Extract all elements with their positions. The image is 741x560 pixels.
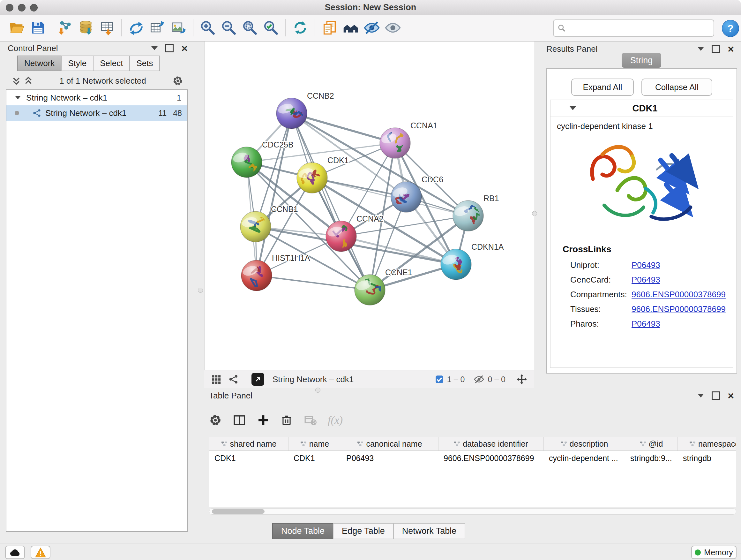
table-cell[interactable]: P06493 — [341, 451, 439, 465]
collapse-panel-icon[interactable] — [151, 46, 158, 50]
export-table-button[interactable] — [148, 19, 166, 37]
scrollbar-thumb[interactable] — [212, 509, 265, 514]
tab-network[interactable]: Network — [17, 56, 62, 71]
table-cell[interactable]: CDK1 — [209, 451, 288, 465]
selected-checkbox-icon[interactable] — [435, 375, 444, 384]
table-settings-gear-icon[interactable] — [209, 414, 222, 427]
crosslink-value-link[interactable]: 9606.ENSP00000378699 — [631, 304, 726, 314]
network-node-CCNA1[interactable]: CCNA1 — [380, 121, 437, 159]
warnings-button[interactable] — [30, 546, 51, 559]
expand-all-button[interactable]: Expand All — [571, 78, 634, 96]
network-row-selected[interactable]: String Network – cdk1 11 48 — [6, 105, 187, 121]
tab-network-table[interactable]: Network Table — [393, 523, 466, 539]
duplicate-network-button[interactable] — [321, 19, 339, 37]
open-session-button[interactable] — [8, 19, 26, 37]
tab-sets[interactable]: Sets — [129, 56, 160, 71]
column-header-description[interactable]: description — [544, 437, 625, 450]
float-results-icon[interactable] — [712, 45, 720, 53]
share-network-icon[interactable] — [228, 374, 239, 384]
network-node-RB1[interactable]: RB1 — [453, 194, 499, 231]
crosslink-value-link[interactable]: 9606.ENSP00000378699 — [631, 290, 726, 300]
protein-section-header[interactable]: CDK1 — [550, 100, 733, 117]
column-header-database-identifier[interactable]: database identifier — [439, 437, 544, 450]
tab-style[interactable]: Style — [61, 56, 93, 71]
network-edge[interactable] — [292, 113, 395, 143]
starter-panel-button[interactable] — [342, 19, 360, 37]
network-graph[interactable]: CCNB2CCNA1CDC25BCDK1CDC6RB1CCNB1CCNA2CDK… — [205, 42, 535, 370]
table-cell[interactable]: 9606.ENSP00000378699 — [439, 451, 544, 465]
float-table-icon[interactable] — [712, 391, 720, 400]
add-column-icon[interactable] — [257, 414, 270, 427]
network-edge[interactable] — [257, 275, 370, 290]
tab-edge-table[interactable]: Edge Table — [333, 523, 394, 539]
zoom-fit-button[interactable] — [241, 19, 259, 37]
column-header--id[interactable]: @id — [625, 437, 678, 450]
collapse-all-icon[interactable] — [11, 76, 21, 85]
delete-column-trash-icon[interactable] — [280, 414, 293, 427]
table-cell[interactable]: stringdb — [678, 451, 736, 465]
show-graphics-details-button[interactable] — [384, 19, 402, 37]
table-horizontal-scrollbar[interactable] — [209, 508, 736, 515]
import-network-database-button[interactable] — [77, 19, 95, 37]
help-button[interactable]: ? — [722, 20, 739, 37]
table-cell[interactable]: stringdb:9... — [625, 451, 678, 465]
expand-all-icon[interactable] — [23, 76, 33, 85]
tab-select[interactable]: Select — [93, 56, 130, 71]
hide-graphics-details-button[interactable] — [363, 19, 381, 37]
zoom-selected-button[interactable] — [262, 19, 280, 37]
network-edge[interactable] — [292, 113, 370, 290]
close-results-icon[interactable]: × — [728, 46, 734, 52]
network-node-CDKN1A[interactable]: CDKN1A — [441, 242, 504, 280]
crosslink-value-link[interactable]: P06493 — [631, 275, 660, 285]
network-node-CDC6[interactable]: CDC6 — [391, 175, 443, 212]
collapse-table-icon[interactable] — [697, 394, 704, 397]
table-cell[interactable]: cyclin-dependent ... — [544, 451, 625, 465]
network-edge[interactable] — [312, 178, 468, 216]
memory-status-dot — [695, 550, 701, 556]
node-label: CDK1 — [327, 156, 349, 165]
float-panel-icon[interactable] — [165, 44, 174, 52]
eye-slash-icon — [363, 19, 381, 37]
search-input[interactable] — [569, 23, 710, 34]
open-in-browser-button[interactable] — [252, 373, 264, 386]
import-table-button[interactable] — [98, 19, 116, 37]
search-box[interactable] — [553, 19, 714, 37]
network-node-HIST1H1A[interactable]: HIST1H1A — [241, 253, 310, 291]
save-session-button[interactable] — [29, 19, 47, 37]
column-header-shared-name[interactable]: shared name — [209, 437, 288, 450]
table-cell[interactable]: CDK1 — [288, 451, 341, 465]
column-header-name[interactable]: name — [288, 437, 341, 450]
splitter-handle-left[interactable] — [198, 288, 203, 293]
splitter-handle-right[interactable] — [532, 211, 537, 216]
zoom-in-button[interactable] — [199, 19, 217, 37]
collapse-all-button[interactable]: Collapse All — [642, 78, 712, 96]
tab-node-table[interactable]: Node Table — [272, 523, 333, 539]
network-collection-row[interactable]: String Network – cdk1 1 — [6, 90, 187, 105]
memory-button[interactable]: Memory — [691, 546, 737, 559]
column-header-namespace[interactable]: namespace — [678, 437, 736, 450]
table-row[interactable]: CDK1CDK1P064939606.ENSP00000378699cyclin… — [209, 451, 736, 465]
network-view-canvas[interactable]: CCNB2CCNA1CDC25BCDK1CDC6RB1CCNB1CCNA2CDK… — [204, 42, 535, 370]
tree-caret-icon[interactable] — [15, 96, 21, 99]
import-network-file-button[interactable] — [56, 19, 74, 37]
export-image-button[interactable] — [170, 19, 187, 37]
close-panel-icon[interactable]: × — [181, 45, 188, 51]
network-node-CDK1[interactable]: CDK1 — [297, 156, 349, 193]
cloud-button[interactable] — [5, 546, 25, 559]
apply-layout-button[interactable] — [291, 19, 309, 37]
collapse-results-icon[interactable] — [697, 47, 704, 51]
birdseye-grid-icon[interactable] — [211, 374, 221, 385]
crosslink-value-link[interactable]: P06493 — [631, 319, 660, 329]
show-columns-icon[interactable] — [232, 414, 246, 427]
hidden-eye-slash-icon[interactable] — [474, 374, 484, 385]
pan-move-icon[interactable] — [516, 373, 528, 385]
close-table-icon[interactable]: × — [728, 392, 734, 399]
gear-icon[interactable] — [172, 75, 183, 86]
crosslink-value-link[interactable]: P06493 — [631, 260, 660, 270]
zoom-out-button[interactable] — [220, 19, 238, 37]
network-node-CCNB1[interactable]: CCNB1 — [240, 205, 298, 242]
column-header-canonical-name[interactable]: canonical name — [341, 437, 439, 450]
tab-string[interactable]: String — [622, 53, 661, 68]
section-caret-icon[interactable] — [569, 106, 576, 110]
export-network-button[interactable] — [127, 19, 145, 37]
